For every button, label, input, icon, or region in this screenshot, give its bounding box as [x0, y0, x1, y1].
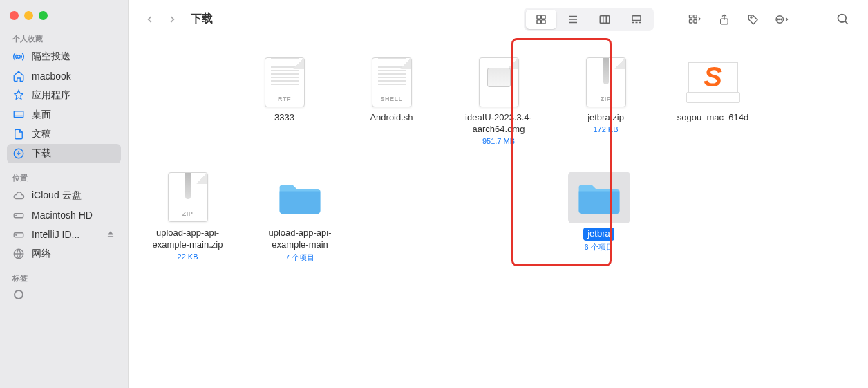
tag-button[interactable]	[741, 9, 766, 30]
hdd-icon	[12, 209, 25, 221]
file-item-selected[interactable]: jetbra 6 个项目	[545, 167, 652, 271]
folder-icon	[568, 172, 630, 223]
file-name: upload-app-api-example-main	[252, 228, 348, 251]
hdd-icon	[12, 228, 25, 241]
file-name: Android.sh	[370, 112, 413, 124]
sidebar-item-downloads[interactable]: 下载	[7, 144, 121, 163]
svg-rect-15	[689, 19, 692, 22]
file-meta: 172 KB	[593, 125, 618, 133]
sidebar-item-label: Macintosh HD	[32, 210, 115, 221]
sidebar-item-label: 下载	[32, 147, 115, 160]
sidebar: 个人收藏 隔空投送 macbook 应用程序 桌面	[0, 0, 129, 388]
svg-point-4	[16, 215, 17, 216]
folder-title: 下载	[191, 12, 213, 26]
dmg-icon	[473, 56, 525, 108]
view-switcher	[524, 8, 654, 31]
sidebar-item-label: IntelliJ ID...	[32, 229, 99, 240]
file-name: sogou_mac_614d	[677, 112, 748, 124]
sidebar-item-documents[interactable]: 文稿	[7, 124, 121, 144]
sidebar-item-label: 应用程序	[32, 89, 115, 102]
sidebar-item-airdrop[interactable]: 隔空投送	[7, 47, 121, 66]
globe-icon	[12, 248, 25, 260]
more-button[interactable]	[770, 9, 795, 30]
svg-point-24	[838, 14, 847, 22]
eject-icon[interactable]	[106, 230, 115, 239]
svg-point-0	[17, 55, 21, 59]
view-column-button[interactable]	[589, 10, 620, 29]
zip-icon: ZIP	[580, 56, 632, 108]
svg-point-21	[780, 19, 781, 20]
sidebar-item-label: 网络	[32, 248, 115, 260]
search-button[interactable]	[831, 9, 856, 30]
view-list-button[interactable]	[558, 10, 588, 29]
group-button[interactable]	[683, 9, 708, 30]
svg-rect-1	[14, 111, 23, 118]
svg-rect-10	[537, 19, 540, 23]
installer-icon: S	[687, 56, 739, 108]
toolbar: 下载	[129, 0, 868, 38]
forward-button[interactable]	[163, 9, 181, 30]
airdrop-icon	[12, 50, 25, 63]
file-item[interactable]: S sogou_mac_614d	[659, 52, 766, 154]
download-icon	[12, 147, 25, 160]
file-name: 3333	[274, 112, 294, 124]
shell-icon: SHELL	[366, 56, 417, 108]
file-name: upload-app-api-example-main.zip	[140, 228, 236, 251]
file-item[interactable]: ideaIU-2023.3.4-aarch64.dmg 951.7 MB	[445, 52, 552, 154]
svg-point-19	[751, 16, 752, 17]
sidebar-item-applications[interactable]: 应用程序	[7, 86, 121, 105]
svg-rect-14	[689, 15, 692, 17]
main: 下载	[129, 0, 868, 388]
svg-rect-12	[600, 15, 610, 23]
sidebar-item-tag[interactable]	[7, 286, 121, 303]
sidebar-item-intellij[interactable]: IntelliJ ID...	[7, 225, 121, 244]
file-name: jetbra	[583, 228, 614, 241]
svg-rect-9	[542, 15, 545, 19]
sidebar-item-label: macbook	[32, 71, 115, 82]
svg-rect-17	[694, 19, 697, 22]
desktop-icon	[12, 109, 25, 121]
file-item[interactable]: upload-app-api-example-main 7 个项目	[241, 167, 359, 271]
svg-point-23	[781, 19, 782, 20]
file-meta: 22 KB	[178, 252, 198, 261]
sidebar-item-macintosh-hd[interactable]: Macintosh HD	[7, 205, 121, 225]
file-name: jetbra.zip	[587, 112, 624, 124]
svg-rect-8	[537, 15, 540, 19]
fullscreen-window-button[interactable]	[39, 11, 48, 20]
view-icon-button[interactable]	[526, 10, 556, 29]
file-name: ideaIU-2023.3.4-aarch64.dmg	[451, 112, 547, 136]
sidebar-item-home[interactable]: macbook	[7, 66, 121, 86]
sidebar-item-label: 文稿	[32, 128, 115, 140]
minimize-window-button[interactable]	[24, 11, 33, 20]
cloud-icon	[12, 190, 25, 202]
file-item[interactable]: RTF 3333	[231, 52, 338, 154]
sidebar-item-desktop[interactable]: 桌面	[7, 105, 121, 124]
sidebar-item-icloud[interactable]: iCloud 云盘	[7, 186, 121, 205]
file-item[interactable]: ZIP jetbra.zip 172 KB	[552, 52, 659, 154]
locations-header: 位置	[7, 169, 121, 186]
folder-icon	[274, 172, 326, 223]
sidebar-item-network[interactable]: 网络	[7, 244, 121, 264]
tags-header: 标签	[7, 269, 121, 286]
sidebar-item-label: 桌面	[32, 109, 115, 121]
house-icon	[12, 70, 25, 82]
window-controls	[7, 7, 121, 30]
sidebar-item-label: 隔空投送	[32, 50, 115, 63]
svg-rect-11	[542, 19, 545, 23]
share-button[interactable]	[712, 9, 737, 30]
zip-icon: ZIP	[162, 172, 214, 223]
svg-point-6	[16, 234, 17, 235]
svg-rect-13	[632, 15, 641, 20]
apps-icon	[12, 89, 25, 102]
svg-rect-16	[694, 15, 697, 17]
rtf-icon: RTF	[258, 56, 310, 108]
file-meta: 7 个项目	[285, 252, 314, 263]
sidebar-item-label: iCloud 云盘	[32, 190, 115, 202]
back-button[interactable]	[141, 9, 159, 30]
svg-point-22	[777, 19, 779, 20]
file-item[interactable]: ZIP upload-app-api-example-main.zip 22 K…	[134, 167, 241, 271]
file-grid: RTF 3333 SHELL Android.sh ideaIU-2023.3.…	[129, 38, 868, 388]
view-gallery-button[interactable]	[621, 10, 652, 29]
file-item[interactable]: SHELL Android.sh	[338, 52, 445, 154]
close-window-button[interactable]	[10, 11, 19, 20]
